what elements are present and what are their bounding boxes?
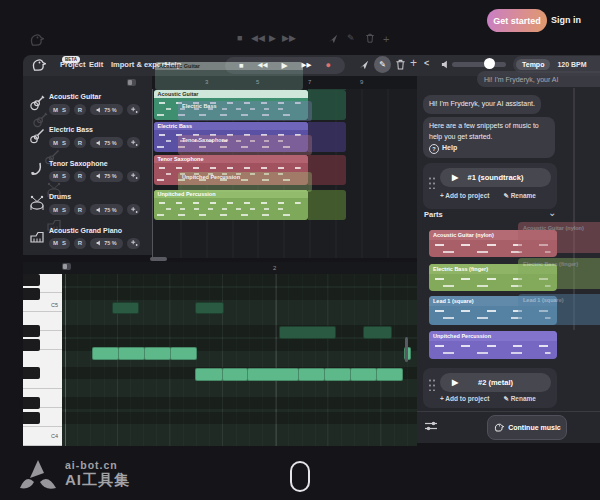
mute-solo-buttons[interactable]: MS	[49, 238, 70, 249]
black-key[interactable]	[23, 367, 40, 379]
get-started-button[interactable]: Get started	[487, 9, 547, 32]
assistant-message: Hi! I'm Fryderyk, your AI assistant.	[423, 95, 541, 114]
rename-button[interactable]: ✎ Rename	[503, 395, 536, 403]
plus-icon: +	[383, 33, 389, 45]
record-arm-button[interactable]: R	[74, 171, 86, 182]
piano-keyboard[interactable]: C5 C4	[23, 274, 62, 446]
add-to-project-button[interactable]: + Add to project	[440, 192, 489, 200]
midi-note[interactable]	[195, 368, 223, 381]
record-button[interactable]: ●	[326, 61, 331, 70]
mute-solo-buttons[interactable]: MS	[49, 204, 70, 215]
midi-note[interactable]	[118, 347, 145, 360]
volume-control[interactable]: 75 %	[90, 104, 123, 115]
drag-handle-icon[interactable]	[428, 378, 435, 391]
snippet-1-play-button[interactable]: ▶ #1 (soundtrack)	[440, 168, 551, 187]
track-effects-button[interactable]	[127, 171, 140, 182]
add-to-project-button[interactable]: + Add to project	[440, 395, 489, 403]
record-arm-button[interactable]: R	[74, 137, 86, 148]
continue-music-button[interactable]: Continue music	[487, 415, 567, 440]
key-label-c5: C5	[51, 302, 58, 308]
menu-edit[interactable]: Edit	[89, 60, 103, 69]
volume-control[interactable]: 75 %	[90, 171, 123, 182]
app-logo-dim-icon	[28, 32, 44, 48]
midi-note[interactable]	[298, 368, 325, 381]
piano-roll-grid[interactable]	[62, 274, 417, 446]
play-icon: ▶	[452, 378, 458, 387]
volume-control[interactable]: 75 %	[90, 238, 123, 249]
midi-note[interactable]	[195, 302, 224, 314]
midi-note[interactable]	[170, 347, 197, 360]
midi-note[interactable]	[222, 368, 248, 381]
black-key[interactable]	[23, 339, 40, 351]
midi-note[interactable]	[350, 368, 377, 381]
midi-note[interactable]	[144, 347, 171, 360]
share-button[interactable]: <	[424, 59, 429, 68]
midi-note[interactable]	[363, 326, 392, 339]
midi-note[interactable]	[376, 368, 403, 381]
horizontal-scrollbar[interactable]	[150, 257, 167, 261]
track-effects-button[interactable]	[127, 238, 140, 249]
mute-solo-buttons[interactable]: MS	[49, 171, 70, 182]
midi-note[interactable]	[112, 302, 139, 314]
black-key[interactable]	[23, 412, 40, 424]
piano-roll-ruler[interactable]: 2	[23, 262, 417, 274]
drag-handle-icon[interactable]	[428, 176, 435, 189]
fx-icon	[130, 239, 138, 247]
track-effects-button[interactable]	[127, 204, 140, 215]
black-key[interactable]	[23, 288, 40, 300]
vertical-scrollbar[interactable]	[405, 337, 408, 362]
track-row[interactable]: Tenor SaxophoneMSR75 %	[23, 158, 152, 191]
black-key[interactable]	[23, 274, 40, 286]
black-key[interactable]	[23, 325, 40, 337]
arrangement-timeline[interactable]: Acoustic GuitarElectric BassTenor Saxoph…	[152, 76, 417, 258]
mute-solo-buttons[interactable]: MS	[49, 137, 70, 148]
panel-footer-divider	[417, 411, 600, 412]
chevron-down-icon[interactable]: ⌄	[548, 207, 556, 218]
arrangement-playhead[interactable]	[152, 76, 153, 258]
cursor-tool-icon	[328, 34, 338, 44]
record-arm-button[interactable]: R	[74, 204, 86, 215]
volume-slider-knob[interactable]	[484, 58, 495, 69]
speaker-icon	[96, 240, 102, 246]
fast-forward-button[interactable]: ▶▶	[302, 62, 312, 69]
midi-note[interactable]	[279, 326, 336, 339]
track-effects-button[interactable]	[127, 104, 140, 115]
drag-ghost-guitar-icon	[32, 112, 48, 132]
rename-button[interactable]: ✎ Rename	[503, 192, 536, 200]
midi-note[interactable]	[247, 368, 299, 381]
fx-icon	[130, 172, 138, 180]
guitar-icon	[29, 95, 45, 111]
pencil-tool-button[interactable]: ✎	[374, 56, 391, 73]
drag-ghost-part: Tenor Saxophone	[178, 135, 312, 155]
mute-solo-buttons[interactable]: MS	[49, 104, 70, 115]
cursor-tool-button[interactable]	[359, 60, 369, 70]
track-effects-button[interactable]	[127, 137, 140, 148]
clip-label: Electric Bass	[154, 122, 308, 130]
drag-ghost-part: Unpitched Percussion	[178, 172, 312, 192]
add-track-button[interactable]: +	[410, 57, 417, 69]
record-arm-button[interactable]: R	[74, 104, 86, 115]
volume-icon	[441, 60, 450, 69]
part-chip-unpitched-percussion[interactable]: Unpitched Percussion	[429, 331, 557, 359]
menu-project[interactable]: Project	[60, 60, 85, 69]
track-row[interactable]: DrumsMSR75 %	[23, 191, 152, 224]
volume-slider[interactable]	[452, 62, 506, 67]
delete-button[interactable]	[395, 59, 406, 70]
midi-note[interactable]	[324, 368, 351, 381]
bar-number: 2	[273, 265, 276, 271]
clip-label: Acoustic Guitar	[154, 90, 308, 98]
snippet-2-play-button[interactable]: ▶ #2 (metal)	[440, 373, 551, 392]
black-key[interactable]	[23, 397, 40, 409]
volume-control[interactable]: 75 %	[90, 137, 123, 148]
sign-in-link[interactable]: Sign in	[551, 15, 581, 25]
track-row[interactable]: Acoustic Grand PianoMSR75 %	[23, 225, 152, 258]
help-link[interactable]: ?Help	[429, 144, 457, 151]
black-key-row-shade	[62, 412, 417, 424]
record-arm-button[interactable]: R	[74, 238, 86, 249]
mixer-settings-icon[interactable]	[424, 420, 438, 432]
black-key-row-shade	[62, 288, 417, 300]
clip-unpitched-percussion[interactable]: Unpitched Percussion	[154, 190, 308, 220]
volume-control[interactable]: 75 %	[90, 204, 123, 215]
midi-note[interactable]	[92, 347, 119, 360]
playhead-flag-icon[interactable]	[62, 263, 71, 270]
